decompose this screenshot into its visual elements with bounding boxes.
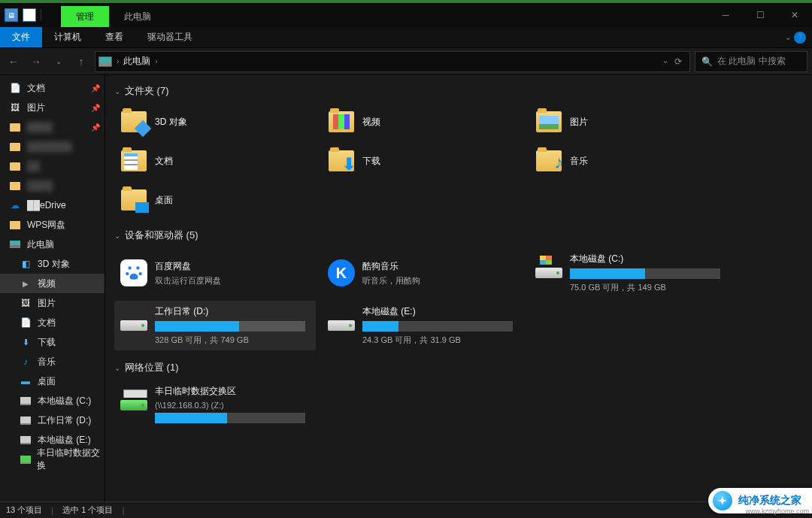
item-count: 13 个项目 bbox=[6, 504, 42, 516]
folder-item[interactable]: 音乐 bbox=[529, 143, 731, 179]
app-icon[interactable]: 🖥 bbox=[5, 8, 18, 22]
watermark-url: www.kzmyhome.com bbox=[745, 507, 809, 515]
capacity-text: 75.0 GB 可用，共 149 GB bbox=[570, 282, 720, 293]
drive-item[interactable]: 工作日常 (D:)328 GB 可用，共 749 GB bbox=[114, 301, 316, 350]
folder-item[interactable]: 视频 bbox=[322, 104, 523, 140]
sidebar-item[interactable]: WPS网盘 bbox=[0, 215, 105, 235]
sidebar-item[interactable]: 桌面 bbox=[0, 371, 105, 391]
doc-icon bbox=[9, 82, 21, 94]
maximize-button[interactable]: ☐ bbox=[743, 3, 777, 27]
folder-icon bbox=[535, 108, 562, 135]
watermark-icon: ✦ bbox=[713, 491, 732, 510]
drive-icon bbox=[328, 307, 355, 334]
sidebar-item[interactable]: 文档📌 bbox=[0, 78, 105, 98]
chevron-right-icon: › bbox=[155, 57, 157, 65]
breadcrumb[interactable]: 此电脑 bbox=[123, 55, 150, 68]
sidebar-item-label: ███████ bbox=[27, 141, 72, 152]
ribbon-file[interactable]: 文件 bbox=[0, 27, 42, 47]
watermark-text: 纯净系统之家 bbox=[738, 494, 801, 507]
ribbon: 文件 计算机 查看 驱动器工具 ⌄ ? bbox=[0, 27, 812, 48]
group-header[interactable]: ⌄网络位置 (1) bbox=[114, 361, 803, 374]
up-button[interactable]: ↑ bbox=[72, 53, 90, 71]
selection-count: 选中 1 个项目 bbox=[62, 504, 113, 516]
app-item[interactable]: 百度网盘双击运行百度网盘 bbox=[114, 248, 316, 298]
sidebar-item[interactable]: ███████ bbox=[0, 137, 105, 156]
item-name: 视频 bbox=[362, 116, 380, 129]
group-header[interactable]: ⌄设备和驱动器 (5) bbox=[114, 229, 803, 242]
folder-item[interactable]: 文档 bbox=[114, 143, 316, 179]
drive-item[interactable]: 本地磁盘 (C:)75.0 GB 可用，共 149 GB bbox=[529, 248, 731, 298]
item-name: 酷狗音乐 bbox=[362, 260, 420, 273]
folder-icon bbox=[120, 108, 147, 135]
ribbon-drive-tools[interactable]: 驱动器工具 bbox=[135, 27, 205, 47]
drive-icon bbox=[535, 254, 562, 281]
capacity-text: 328 GB 可用，共 749 GB bbox=[155, 335, 305, 346]
folder-item[interactable]: 桌面 bbox=[114, 182, 316, 218]
folder-item[interactable]: 下载 bbox=[322, 143, 523, 179]
sidebar-item-label: 文档 bbox=[27, 82, 45, 95]
address-bar[interactable]: › 此电脑 › ⌄ ⟳ bbox=[95, 51, 690, 72]
sidebar-item[interactable]: 工作日常 (D:) bbox=[0, 410, 105, 430]
music-icon bbox=[20, 356, 32, 368]
folder-icon bbox=[328, 108, 355, 135]
tab-manage[interactable]: 管理 bbox=[61, 6, 109, 27]
folder-item[interactable]: 3D 对象 bbox=[114, 104, 316, 140]
history-dropdown[interactable]: ⌄ bbox=[50, 53, 68, 71]
sidebar-item-label: 3D 对象 bbox=[38, 258, 70, 271]
item-subtitle: 双击运行百度网盘 bbox=[155, 275, 221, 286]
ribbon-computer[interactable]: 计算机 bbox=[42, 27, 93, 47]
close-button[interactable]: ✕ bbox=[777, 3, 812, 27]
tab-this-pc[interactable]: 此电脑 bbox=[109, 6, 166, 27]
group-title: 设备和驱动器 (5) bbox=[125, 229, 198, 242]
back-button[interactable]: ← bbox=[5, 53, 23, 71]
chevron-right-icon: › bbox=[117, 57, 119, 65]
sidebar-item[interactable]: 文档 bbox=[0, 313, 105, 332]
address-dropdown-icon[interactable]: ⌄ bbox=[662, 56, 668, 67]
search-box[interactable]: 🔍 在 此电脑 中搜索 bbox=[695, 51, 807, 72]
app-icon bbox=[120, 259, 147, 286]
folder-item[interactable]: 图片 bbox=[529, 104, 731, 140]
capacity-bar bbox=[570, 268, 720, 279]
folder-icon bbox=[9, 121, 21, 133]
sidebar-item[interactable]: 下载 bbox=[0, 332, 105, 352]
item-name: 本地磁盘 (C:) bbox=[570, 253, 720, 265]
sidebar-item-label: 图片 bbox=[38, 297, 56, 310]
sidebar-item[interactable]: 3D 对象 bbox=[0, 254, 105, 274]
sidebar-item[interactable]: 视频 bbox=[0, 274, 105, 293]
sidebar-item[interactable]: 本地磁盘 (C:) bbox=[0, 391, 105, 410]
sidebar-item[interactable]: ██ bbox=[0, 156, 105, 176]
folder-icon bbox=[535, 147, 562, 174]
ribbon-view[interactable]: 查看 bbox=[93, 27, 135, 47]
sidebar-item[interactable]: 此电脑 bbox=[0, 235, 105, 254]
refresh-icon[interactable]: ⟳ bbox=[674, 56, 682, 67]
network-drive-item[interactable]: 丰日临时数据交换区(\\192.168.0.3) (Z:) bbox=[114, 380, 316, 428]
group-header[interactable]: ⌄文件夹 (7) bbox=[114, 84, 803, 98]
sidebar-item[interactable]: 音乐 bbox=[0, 352, 105, 371]
item-name: 丰日临时数据交换区 bbox=[155, 385, 305, 398]
minimize-button[interactable]: ─ bbox=[708, 3, 743, 27]
sidebar-item-label: 丰日临时数据交换 bbox=[37, 447, 105, 472]
forward-button[interactable]: → bbox=[27, 53, 45, 71]
help-icon[interactable]: ? bbox=[794, 32, 806, 44]
sidebar-item-label: ██eDrive bbox=[27, 200, 66, 211]
folder-icon bbox=[9, 180, 21, 192]
sidebar-item[interactable]: 图片📌 bbox=[0, 98, 105, 117]
sidebar-item[interactable]: 图片 bbox=[0, 293, 105, 313]
search-icon: 🔍 bbox=[701, 56, 713, 67]
drive-icon bbox=[20, 434, 32, 446]
drive-item[interactable]: 本地磁盘 (E:)24.3 GB 可用，共 31.9 GB bbox=[322, 301, 523, 350]
separator: | bbox=[122, 506, 124, 515]
sidebar-item[interactable]: ████ bbox=[0, 176, 105, 195]
sidebar-item-label: 文档 bbox=[38, 317, 56, 329]
qat-properties-icon[interactable] bbox=[23, 8, 36, 22]
sidebar-item-label: 桌面 bbox=[38, 375, 56, 388]
item-path: (\\192.168.0.3) (Z:) bbox=[155, 401, 305, 410]
sidebar-item-label: 音乐 bbox=[38, 356, 56, 368]
ribbon-collapse-icon[interactable]: ⌄ bbox=[785, 33, 791, 41]
sidebar-item[interactable]: 丰日临时数据交换 bbox=[0, 450, 105, 469]
app-item[interactable]: K酷狗音乐听音乐，用酷狗 bbox=[322, 248, 523, 298]
group-title: 网络位置 (1) bbox=[125, 361, 179, 374]
sidebar-item[interactable]: ██eDrive bbox=[0, 195, 105, 215]
devices-grid: 百度网盘双击运行百度网盘K酷狗音乐听音乐，用酷狗本地磁盘 (C:)75.0 GB… bbox=[114, 248, 731, 350]
sidebar-item[interactable]: ████📌 bbox=[0, 117, 105, 137]
